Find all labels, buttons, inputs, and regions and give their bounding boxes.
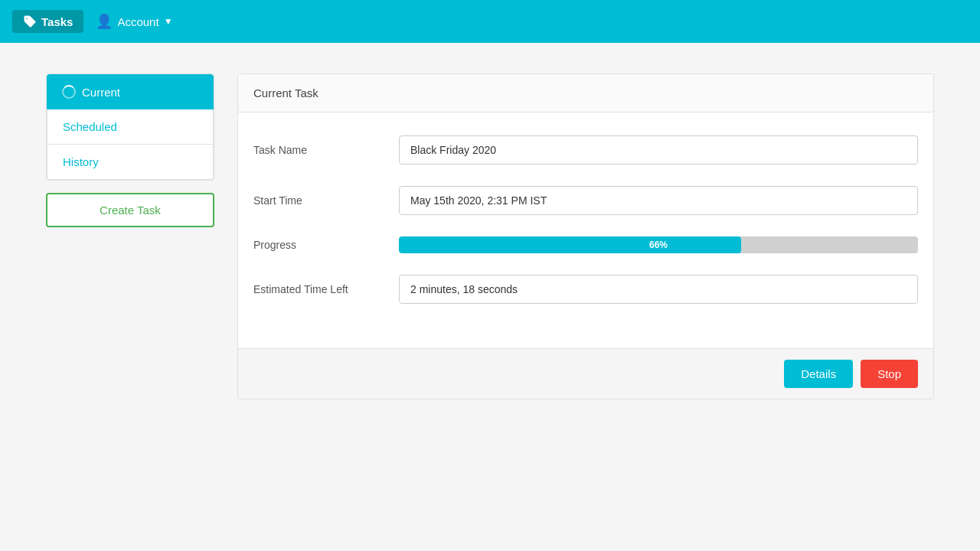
current-task-card: Current Task Task Name Black Friday 2020… <box>237 73 934 399</box>
progress-label: Progress <box>253 239 399 251</box>
task-name-row: Task Name Black Friday 2020 <box>253 135 918 165</box>
stop-button[interactable]: Stop <box>861 360 918 388</box>
tag-icon <box>23 15 37 28</box>
person-icon: 👤 <box>96 13 113 30</box>
estimated-time-label: Estimated Time Left <box>253 283 399 295</box>
navbar: Tasks 👤 Account ▼ <box>0 0 980 43</box>
estimated-time-value: 2 minutes, 18 seconds <box>399 275 918 304</box>
progress-container: 66% <box>399 236 918 253</box>
sidebar-item-scheduled[interactable]: Scheduled <box>47 109 214 145</box>
task-name-value: Black Friday 2020 <box>399 135 918 165</box>
start-time-label: Start Time <box>253 194 399 207</box>
start-time-row: Start Time May 15th 2020, 2:31 PM IST <box>253 186 918 215</box>
sidebar-nav: Current Scheduled History <box>46 73 214 181</box>
chevron-down-icon: ▼ <box>164 16 173 27</box>
sidebar-item-history[interactable]: History <box>47 145 214 180</box>
estimated-time-row: Estimated Time Left 2 minutes, 18 second… <box>253 275 918 304</box>
account-nav-button[interactable]: 👤 Account ▼ <box>96 13 172 30</box>
tasks-nav-label: Tasks <box>41 15 73 28</box>
card-body: Task Name Black Friday 2020 Start Time M… <box>238 112 933 348</box>
main-layout: Current Scheduled History Create Task Cu… <box>0 43 980 430</box>
sidebar-scheduled-label: Scheduled <box>63 120 117 133</box>
sidebar-current-label: Current <box>82 86 120 99</box>
card-header-title: Current Task <box>253 86 318 99</box>
card-header: Current Task <box>238 74 933 112</box>
task-name-label: Task Name <box>253 144 399 156</box>
card-footer: Details Stop <box>238 348 933 399</box>
account-nav-label: Account <box>117 15 158 28</box>
progress-row: Progress 66% <box>253 236 918 253</box>
start-time-value: May 15th 2020, 2:31 PM IST <box>399 186 918 215</box>
progress-bar-bg: 66% <box>399 236 918 253</box>
create-task-button[interactable]: Create Task <box>46 193 214 227</box>
sidebar-history-label: History <box>63 155 99 168</box>
progress-bar-fill <box>399 236 741 253</box>
tasks-nav-button[interactable]: Tasks <box>12 10 83 33</box>
sidebar-item-current[interactable]: Current <box>47 74 214 109</box>
spinner-icon <box>62 85 76 99</box>
sidebar: Current Scheduled History Create Task <box>46 73 214 399</box>
details-button[interactable]: Details <box>784 360 853 388</box>
